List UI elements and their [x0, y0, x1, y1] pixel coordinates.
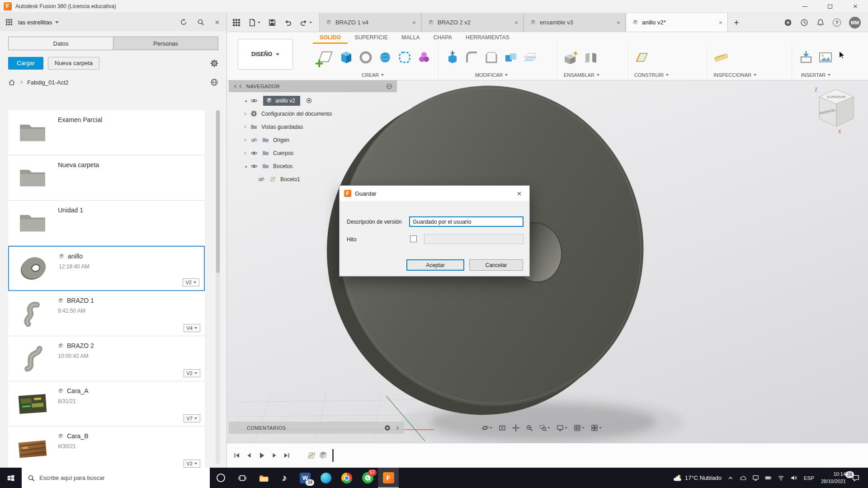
timeline-sketch-feature[interactable] — [307, 451, 316, 460]
version-badge[interactable]: V7 — [184, 414, 200, 422]
breadcrumb-folder-name[interactable]: Fabdig_01-Act2 — [27, 79, 69, 86]
look-at-tool[interactable] — [499, 424, 506, 432]
zoom-window-tool[interactable] — [539, 424, 550, 432]
taskbar-app-fusion[interactable]: F — [378, 468, 399, 488]
scrollbar-thumb[interactable] — [216, 110, 220, 273]
home-icon[interactable] — [8, 79, 15, 86]
eye-off-icon[interactable] — [250, 136, 258, 144]
tray-volume[interactable] — [790, 474, 797, 481]
milestone-checkbox[interactable] — [410, 235, 417, 242]
expand-comments-icon[interactable] — [395, 426, 400, 430]
timeline-play-icon[interactable] — [258, 451, 266, 460]
job-status-clock-icon[interactable] — [800, 19, 808, 27]
sphere-icon[interactable] — [377, 50, 393, 65]
tab-chapa[interactable]: CHAPA — [427, 32, 459, 44]
file-item-cara-a[interactable]: Cara_A 8/31/21 V7 — [8, 381, 205, 427]
expand-icon[interactable] — [243, 138, 248, 142]
timeline-extrude-feature[interactable] — [319, 451, 328, 460]
redo-menu[interactable] — [300, 19, 312, 27]
tray-battery[interactable] — [765, 474, 772, 481]
taskbar-app-edge[interactable] — [316, 468, 336, 488]
file-menu[interactable] — [248, 19, 260, 27]
new-folder-button[interactable]: Nueva carpeta — [48, 57, 100, 70]
expand-icon[interactable] — [243, 151, 248, 155]
new-document-button[interactable] — [728, 13, 745, 32]
tree-item-document-settings[interactable]: Configuración del documento — [229, 107, 397, 120]
shell-icon[interactable] — [484, 50, 499, 65]
tab-solido[interactable]: SOLIDO — [313, 32, 348, 44]
measure-icon[interactable] — [713, 50, 729, 65]
tree-item-named-views[interactable]: Vistas guardadas — [229, 120, 397, 133]
close-button[interactable] — [843, 0, 868, 13]
expand-icon[interactable] — [243, 112, 248, 116]
taskbar-clock[interactable]: 10:14 28/10/2021 — [821, 471, 846, 485]
group-label-modificar[interactable]: MODIFICAR — [445, 70, 538, 80]
eye-icon[interactable] — [250, 97, 258, 104]
tree-item-origin[interactable]: Origen — [229, 133, 397, 146]
expand-icon[interactable] — [243, 125, 248, 129]
group-label-insertar[interactable]: INSERTAR — [798, 70, 833, 80]
search-input[interactable] — [39, 474, 193, 481]
data-panel-toggle-icon[interactable] — [232, 19, 241, 27]
file-item-brazo2[interactable]: BRAZO 2 10:00:42 AM V2 — [8, 336, 205, 381]
file-item-cara-b[interactable]: Cara_B 8/30/21 V2 — [8, 427, 205, 468]
cancel-button[interactable]: Cancelar — [469, 259, 523, 271]
tree-item-root[interactable]: anillo v2 — [229, 94, 397, 107]
joint-icon[interactable] — [583, 50, 599, 65]
tree-item-boceto1[interactable]: Boceto1 — [229, 173, 397, 186]
taskbar-app-whatsapp[interactable]: 57 — [357, 468, 378, 488]
new-component-icon[interactable] — [564, 50, 579, 65]
taskbar-app-chrome[interactable] — [336, 468, 357, 488]
close-tab-icon[interactable] — [616, 20, 621, 25]
create-sketch-icon[interactable] — [314, 47, 335, 68]
insert-image-icon[interactable] — [818, 50, 833, 65]
accept-button[interactable]: Aceptar — [406, 259, 464, 271]
tray-display[interactable] — [752, 474, 759, 481]
close-tab-icon[interactable] — [718, 20, 723, 25]
dialog-title-bar[interactable]: F Guardar — [340, 186, 529, 201]
version-description-input[interactable] — [409, 216, 524, 227]
tab-superficie[interactable]: SUPERFICIE — [348, 32, 395, 44]
view-cube[interactable]: SUPERIOR FRONTAL Z X — [811, 85, 862, 137]
version-badge[interactable]: V4 — [184, 324, 200, 332]
timeline-position-marker[interactable] — [332, 449, 334, 462]
display-settings[interactable] — [557, 424, 567, 432]
combine-icon[interactable] — [503, 50, 519, 65]
help-icon[interactable]: ? — [833, 19, 841, 27]
upload-button[interactable]: Cargar — [8, 57, 43, 70]
undo-icon[interactable] — [284, 19, 292, 27]
doc-tab-anillo-active[interactable]: anillo v2* — [626, 13, 728, 32]
eye-icon[interactable] — [250, 150, 258, 157]
version-badge[interactable]: V2 — [183, 278, 199, 286]
minimize-button[interactable] — [792, 0, 817, 13]
orbit-tool[interactable] — [481, 424, 492, 432]
close-tab-icon[interactable] — [412, 20, 416, 25]
fillet-icon[interactable] — [464, 50, 480, 65]
root-document-chip[interactable]: anillo v2 — [263, 96, 300, 106]
timeline-step-forward-icon[interactable] — [271, 452, 278, 459]
cortana-button[interactable] — [210, 468, 231, 488]
action-center-button[interactable]: 28 — [852, 474, 863, 482]
group-label-construir[interactable]: CONSTRUIR — [634, 70, 669, 80]
construction-plane-icon[interactable] — [634, 50, 650, 65]
viewports-setting[interactable] — [591, 424, 602, 432]
timeline-skip-start-icon[interactable] — [233, 452, 241, 459]
group-label-crear[interactable]: CREAR — [314, 70, 432, 80]
maximize-button[interactable] — [817, 0, 843, 13]
pan-tool[interactable] — [512, 424, 519, 432]
settings-gear-icon[interactable] — [210, 59, 218, 67]
pattern-box-icon[interactable] — [397, 50, 412, 65]
revolve-icon[interactable] — [358, 50, 373, 65]
taskbar-app-word[interactable]: W34 — [295, 468, 316, 488]
web-globe-icon[interactable] — [210, 78, 218, 86]
extensions-icon[interactable] — [784, 19, 792, 27]
comments-bar[interactable]: COMENTARIOS — [229, 422, 404, 434]
grid-settings[interactable] — [574, 424, 585, 432]
group-label-inspeccionar[interactable]: INSPECCIONAR — [713, 70, 756, 80]
close-panel-icon[interactable] — [214, 19, 220, 25]
navigator-header[interactable]: NAVEGADOR — [229, 80, 397, 92]
dock-toggle-icon[interactable] — [386, 83, 392, 89]
group-label-ensamblar[interactable]: ENSAMBLAR — [564, 70, 599, 80]
language-indicator[interactable]: ESP — [803, 475, 815, 481]
eye-icon[interactable] — [250, 163, 258, 170]
